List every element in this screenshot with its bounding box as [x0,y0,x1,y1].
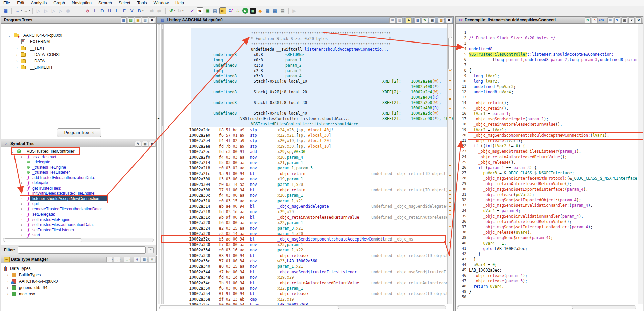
back-icon-dropdown[interactable]: ▾ [21,9,22,12]
listing-header-row[interactable]: ****************************************… [157,31,453,36]
decompile-line-27[interactable]: puVar3 = &_OBJC_CLASS_$_NSXPCInterface; [469,171,643,176]
decompile-line-19[interactable]: lVar2 = lVar1; [469,128,643,133]
gear-icon[interactable]: ✱ [134,257,140,262]
dropdown-icon[interactable]: ▾ [628,17,635,23]
listing-header-row[interactable]: ****************************************… [157,42,453,47]
tree-item-settrustedfileslistener-[interactable]: ›ƒsetTrustedFilesListener: [1,227,156,233]
listing-asm-row-10002a350[interactable]: 10002a350f6 03 00 aamovx22,param_1 [157,286,453,291]
printer-icon[interactable]: ▤ [280,8,286,14]
prev-data-icon[interactable]: ▷ [35,8,41,14]
letter-b-icon[interactable]: B [136,8,142,14]
copy-icon[interactable]: ⧉ [389,17,396,23]
listing-header-row[interactable]: 10002a400(*) [157,84,453,90]
listing-header-row[interactable]: -[VBSTrustedFilesController_listener:sho… [157,116,453,122]
next-data-icon[interactable]: ▷ [43,8,49,14]
decompile-line-45[interactable]: LAB_10002a3ec: [469,268,643,273]
export-icon[interactable]: ▣ [205,8,211,14]
tree-item--data[interactable]: ›__DATA [3,58,155,64]
menu-edit[interactable]: Edit [13,0,28,6]
field-table-icon[interactable]: ▦ [415,17,421,23]
layout-icon-dropdown[interactable]: ▾ [129,258,131,261]
listing-header-row[interactable]: undefined8x3:8param_4 [157,74,453,79]
listing-display-icon[interactable]: ▤ [212,8,218,14]
decompile-line-9[interactable]: long lVar1; [469,74,643,79]
decompile-line-34[interactable]: uVar4 = param_4; [469,208,643,214]
decompile-line-20[interactable]: _objc_msgSend$component:shouldAcceptNewC… [469,133,643,138]
tree-item-listener-shouldacceptnewconnection-[interactable]: ›ƒlistener:shouldAcceptNewConnection: [1,196,156,201]
menu-search[interactable]: Search [95,0,115,6]
memory-chip-icon[interactable]: ▦ [250,8,256,14]
decompile-line-25[interactable]: _objc_release(); [469,160,643,165]
expander-icon[interactable]: › [15,53,19,57]
expander-icon[interactable]: › [20,228,23,232]
paste-icon[interactable]: ▤ [397,17,403,23]
new-tree-icon[interactable]: ▤ [142,17,148,23]
table-icon[interactable]: ▦ [265,8,271,14]
decompile-line-30[interactable]: _objc_msgSend$setExportedInterface:(para… [469,187,643,192]
cursor-icon[interactable]: ➤ [406,17,412,23]
tree-item--trustedfileslistener[interactable]: _trustedFilesListener [1,170,156,175]
expander-icon[interactable]: › [20,155,23,159]
decompile-line-14[interactable]: _objc_retain(); [469,101,643,106]
listing-asm-row-10002a340[interactable]: 10002a340e0 03 15 aamovparam_1,x21 [157,264,453,270]
letter-f-icon[interactable]: F [121,8,127,14]
decompile-line-5[interactable]: VBSTrustedFilesController::listener:shou… [469,52,643,57]
sitemap-icon[interactable]: ∴ [235,8,241,14]
letter-i-icon[interactable]: I [92,8,98,14]
expander-icon[interactable]: › [20,218,23,221]
filter-options-icon[interactable]: ≡ [148,247,154,253]
tree-item-removetrustedfiles-authorizationdata-[interactable]: ›ƒremoveTrustedFiles:authorizationData: [1,206,156,212]
decompile-vscrollbar[interactable] [638,24,643,304]
binary-icon[interactable]: 01 [197,7,203,14]
listing-header-row[interactable]: VBSTrustedFilesController::listener:shou… [157,122,453,127]
tree-item-data-types[interactable]: Data Types [1,266,156,271]
clear-icon[interactable]: ⊘ [84,8,90,14]
listing-header-row[interactable]: undefined8Stack[-0x30]:8 local_30XREF[2]… [157,100,453,106]
listing-asm-row-10002a2ec[interactable]: 10002a2ecfd c3 00 91addx29,sp,#0x30 [157,149,453,155]
decompile-line-4[interactable]: undefined8 [469,47,643,52]
decompile-line-32[interactable]: _objc_msgSend$setExportedObject:(param_4… [469,198,643,203]
decompile-line-13[interactable] [469,95,643,101]
listing-asm-row-10002a354[interactable]: 10002a35481 9f 00 94bl_objc_releaseundef… [157,291,453,297]
listing-header-row[interactable]: undefined8Stack[-0x20]:8 local_20XREF[2]… [157,90,453,95]
letter-b-icon-dropdown[interactable]: ▾ [142,9,144,12]
close-icon[interactable]: ✕ [149,141,155,147]
expander-icon[interactable]: › [6,280,9,283]
go-to-icon[interactable]: ↓ [77,8,83,14]
tree-item-aarch64-64-cpu0x0[interactable]: ›✓AARCH64-64-cpu0x0 [1,279,156,284]
close-icon[interactable]: ✕ [149,17,155,23]
page-up-icon[interactable]: ▤ [128,17,134,23]
decompile-line-46[interactable]: _objc_release(param_4); [469,273,643,279]
decompile-line-26[interactable]: if (param_1 == param_3) { [469,165,643,171]
decompile-line-49[interactable]: } [469,289,643,295]
save-icon[interactable]: ▦ [3,8,9,14]
decompile-line-28[interactable]: _objc_msgSend$interfaceWithProtocol:(&_O… [469,176,643,181]
listing-header-row[interactable]: longx2:8param_3 [157,68,453,74]
decompile-line-44[interactable]: uVar4 = 0; [469,262,643,268]
menu-select[interactable]: Select [115,0,134,6]
expander-icon[interactable]: › [20,181,23,185]
decompile-line-43[interactable]: } [469,257,643,262]
undo-icon[interactable]: ↺ [168,8,174,14]
snapshot-camera-icon[interactable]: ▣ [429,17,435,23]
listing-header-row[interactable]: 10002a408(R) [157,106,453,111]
next-function-icon[interactable]: ▷ [58,8,64,14]
copy-icon[interactable]: ⧉ [607,17,613,23]
listing-asm-row-10002a31c[interactable]: 10002a31c9b 9f 00 94bl_objc_retainAutore… [157,215,453,220]
tree-item-settrustedfiles-authorizationdata-[interactable]: ›ƒsetTrustedFiles:authorizationData: [1,222,156,227]
close-icon[interactable]: ✕ [446,17,452,23]
listing-asm-row-10002a300[interactable]: 10002a300f3 03 00 aamovx19,param_1 [157,177,453,182]
swap-left-icon[interactable]: ⇄ [149,8,155,14]
tree-item--data-const[interactable]: ›__DATA_CONST [3,52,155,57]
decompile-line-38[interactable]: _objc_release(uVar4); [469,230,643,235]
expander-icon[interactable]: › [15,47,19,50]
expander-icon[interactable]: ⌄ [8,34,11,37]
listing-header-row[interactable]: undefined8 __swiftcall listener:shouldAc… [157,47,453,52]
decompile-line-40[interactable]: uVar4 = 1; [469,241,643,246]
expander-icon[interactable]: › [20,213,23,216]
listing-asm-row-10002a33c[interactable]: 10002a33c37 01 00 34cbzw23,LAB_10002a360 [157,259,453,264]
decompile-line-36[interactable]: _objc_retainAutoreleasedReturnValue(); [469,219,643,225]
data-type-folder-icon[interactable]: DT [219,7,226,14]
listing-asm-row-10002a314[interactable]: 10002a314eb ae 00 94bl_objc_msgSend$dele… [157,204,453,209]
back-icon[interactable]: ← [14,8,21,14]
